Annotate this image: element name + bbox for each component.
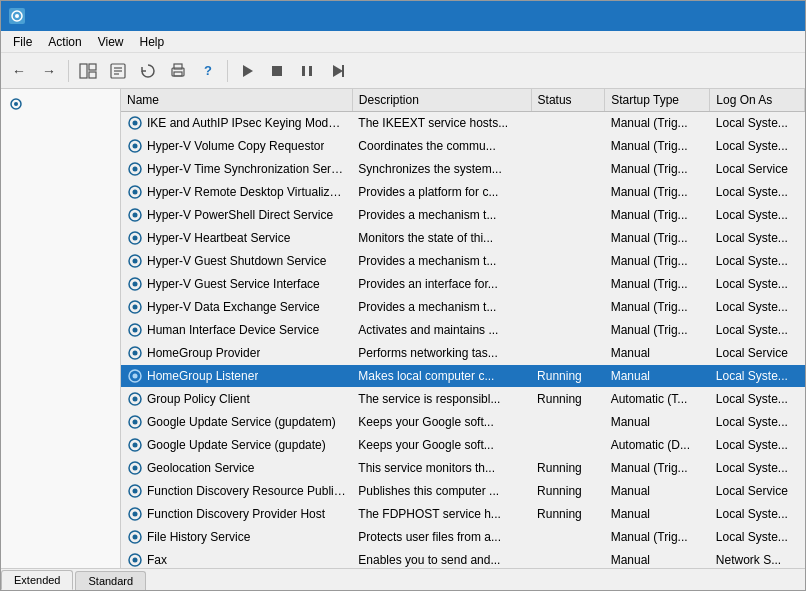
table-row[interactable]: Hyper-V Guest Shutdown ServiceProvides a… (121, 250, 805, 273)
service-description: Provides a mechanism t... (352, 296, 531, 319)
col-header-status[interactable]: Status (531, 89, 605, 112)
close-button[interactable] (751, 1, 797, 31)
svg-rect-13 (272, 66, 282, 76)
table-row[interactable]: Hyper-V Guest Service InterfaceProvides … (121, 273, 805, 296)
table-row[interactable]: File History ServiceProtects user files … (121, 526, 805, 549)
print-button[interactable] (164, 58, 192, 84)
service-name: Google Update Service (gupdatem) (147, 415, 336, 429)
service-description: Synchronizes the system... (352, 158, 531, 181)
table-row[interactable]: Google Update Service (gupdatem)Keeps yo… (121, 411, 805, 434)
svg-point-41 (133, 351, 138, 356)
service-status (531, 273, 605, 296)
table-row[interactable]: Geolocation ServiceThis service monitors… (121, 457, 805, 480)
service-name: Geolocation Service (147, 461, 254, 475)
maximize-button[interactable] (705, 1, 751, 31)
service-icon (127, 391, 143, 407)
table-row[interactable]: Hyper-V Data Exchange ServiceProvides a … (121, 296, 805, 319)
service-logon: Local Syste... (710, 273, 805, 296)
service-description: Monitors the state of thi... (352, 227, 531, 250)
name-cell: Geolocation Service (127, 460, 346, 476)
services-table-wrapper[interactable]: Name Description Status Startup Type Log… (121, 89, 805, 568)
service-logon: Local Service (710, 158, 805, 181)
service-icon (127, 345, 143, 361)
service-logon: Local Syste... (710, 227, 805, 250)
menu-file[interactable]: File (5, 33, 40, 51)
svg-point-57 (133, 535, 138, 540)
service-status (531, 181, 605, 204)
back-button[interactable]: ← (5, 58, 33, 84)
service-icon (127, 230, 143, 246)
col-header-startup[interactable]: Startup Type (605, 89, 710, 112)
table-row[interactable]: Hyper-V Time Synchronization ServiceSync… (121, 158, 805, 181)
pause-service-button[interactable] (293, 58, 321, 84)
name-cell: Function Discovery Provider Host (127, 506, 346, 522)
table-row[interactable]: FaxEnables you to send and...ManualNetwo… (121, 549, 805, 569)
service-description: This service monitors th... (352, 457, 531, 480)
service-status (531, 204, 605, 227)
name-cell: Human Interface Device Service (127, 322, 346, 338)
svg-point-33 (133, 259, 138, 264)
table-row[interactable]: Hyper-V Volume Copy RequestorCoordinates… (121, 135, 805, 158)
stop-service-button[interactable] (263, 58, 291, 84)
table-row[interactable]: Function Discovery Provider HostThe FDPH… (121, 503, 805, 526)
svg-rect-14 (302, 66, 305, 76)
service-icon (127, 253, 143, 269)
toolbar-sep-2 (227, 60, 228, 82)
name-cell: Hyper-V PowerShell Direct Service (127, 207, 346, 223)
service-description: Activates and maintains ... (352, 319, 531, 342)
window-controls (659, 1, 797, 31)
sidebar-item-services-local[interactable] (5, 93, 116, 117)
name-cell: Hyper-V Remote Desktop Virtualization Se… (127, 184, 346, 200)
table-row[interactable]: Group Policy ClientThe service is respon… (121, 388, 805, 411)
properties-button[interactable] (104, 58, 132, 84)
help-button[interactable]: ? (194, 58, 222, 84)
table-row[interactable]: IKE and AuthIP IPsec Keying ModulesThe I… (121, 112, 805, 135)
table-row[interactable]: Hyper-V Heartbeat ServiceMonitors the st… (121, 227, 805, 250)
table-row[interactable]: Human Interface Device ServiceActivates … (121, 319, 805, 342)
service-icon (127, 460, 143, 476)
table-row[interactable]: Google Update Service (gupdate)Keeps you… (121, 434, 805, 457)
toolbar: ← → ? (1, 53, 805, 89)
sidebar (1, 89, 121, 568)
service-startup-type: Manual (605, 503, 710, 526)
service-name: File History Service (147, 530, 250, 544)
forward-button[interactable]: → (35, 58, 63, 84)
service-name: Hyper-V PowerShell Direct Service (147, 208, 333, 222)
menu-view[interactable]: View (90, 33, 132, 51)
svg-marker-12 (243, 65, 253, 77)
service-startup-type: Manual (605, 549, 710, 569)
service-status (531, 158, 605, 181)
restart-service-button[interactable] (323, 58, 351, 84)
service-status (531, 227, 605, 250)
service-startup-type: Manual (Trig... (605, 319, 710, 342)
start-service-button[interactable] (233, 58, 261, 84)
col-header-description[interactable]: Description (352, 89, 531, 112)
table-row[interactable]: HomeGroup ProviderPerforms networking ta… (121, 342, 805, 365)
table-row[interactable]: Hyper-V PowerShell Direct ServiceProvide… (121, 204, 805, 227)
menu-action[interactable]: Action (40, 33, 89, 51)
table-row[interactable]: Hyper-V Remote Desktop Virtualization Se… (121, 181, 805, 204)
table-row[interactable]: Function Discovery Resource PublicationP… (121, 480, 805, 503)
svg-point-27 (133, 190, 138, 195)
tab-extended[interactable]: Extended (1, 570, 73, 590)
minimize-button[interactable] (659, 1, 705, 31)
service-icon (127, 506, 143, 522)
svg-point-45 (133, 397, 138, 402)
service-description: Keeps your Google soft... (352, 434, 531, 457)
service-name: Google Update Service (gupdate) (147, 438, 326, 452)
main-window: File Action View Help ← → ? (0, 0, 806, 591)
service-icon (127, 483, 143, 499)
svg-point-21 (133, 121, 138, 126)
table-row[interactable]: HomeGroup ListenerMakes local computer c… (121, 365, 805, 388)
refresh-button[interactable] (134, 58, 162, 84)
col-header-name[interactable]: Name (121, 89, 352, 112)
menu-help[interactable]: Help (132, 33, 173, 51)
service-startup-type: Manual (605, 365, 710, 388)
tab-standard[interactable]: Standard (75, 571, 146, 590)
service-status: Running (531, 365, 605, 388)
service-icon (127, 276, 143, 292)
show-hide-tree-button[interactable] (74, 58, 102, 84)
col-header-logon[interactable]: Log On As (710, 89, 805, 112)
service-icon (127, 529, 143, 545)
svg-point-29 (133, 213, 138, 218)
